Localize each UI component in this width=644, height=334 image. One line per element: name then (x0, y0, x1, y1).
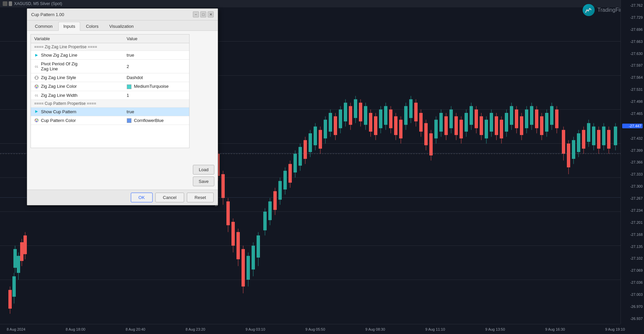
table-row[interactable]: 01 Pivot Period Of Zig Zag Line 2 (31, 60, 189, 73)
svg-point-264 (37, 120, 38, 121)
var-label: Show Cup Pattern (41, 109, 76, 114)
close-button[interactable]: ✕ (208, 11, 214, 17)
var-label: Zig Zag Line Style (41, 75, 76, 80)
table-row[interactable]: Cup Pattern Color CornflowerBlue (31, 116, 189, 125)
color-swatch-turquoise (127, 84, 131, 89)
load-button[interactable]: Load (193, 165, 214, 175)
svg-marker-251 (35, 54, 38, 57)
section-zigzag: ==== Zig Zag Line Propertise ==== (31, 43, 189, 51)
table-row[interactable]: Zig Zag Line Style Dashdot (31, 73, 189, 82)
dialog-body: Variable Value ==== Zig Zag Line Propert… (27, 31, 218, 190)
table-row[interactable]: 01 Zig Zag Line Width 1 (31, 91, 189, 99)
val-cell: true (123, 51, 190, 60)
svg-text:01: 01 (35, 65, 38, 68)
var-label: Zig Zag Line Width (41, 93, 77, 98)
var-cell: Zig Zag Line Style (31, 73, 123, 82)
var-label: Pivot Period Of Zig Zag Line (41, 61, 82, 71)
prop-table-container[interactable]: Variable Value ==== Zig Zag Line Propert… (31, 34, 190, 148)
maximize-button[interactable]: □ (200, 11, 206, 17)
resize-handle[interactable] (215, 202, 218, 205)
minimize-button[interactable]: − (193, 11, 199, 17)
svg-point-259 (36, 87, 37, 88)
ok-button[interactable]: OK (131, 193, 153, 202)
color-palette-icon (34, 84, 39, 89)
svg-point-265 (36, 121, 37, 122)
color-swatch-cornflower (127, 118, 131, 123)
svg-point-263 (36, 120, 37, 121)
number-icon: 01 (34, 64, 39, 69)
cup-color-icon (34, 118, 39, 123)
dialog-titlebar: Cup Pattern 1.00 − □ ✕ (27, 9, 218, 20)
svg-marker-261 (35, 110, 38, 113)
var-cell: 01 Zig Zag Line Width (31, 91, 123, 99)
tab-colors[interactable]: Colors (81, 22, 104, 30)
cancel-button[interactable]: Cancel (155, 193, 184, 202)
section-cup: ==== Cup Pattern Propertise ==== (31, 99, 189, 107)
val-cell: MediumTurquoise (123, 82, 190, 91)
var-cell: Zig Zag Line Color (31, 82, 123, 91)
col-variable: Variable (31, 35, 123, 43)
var-cell: Show Cup Pattern (31, 107, 123, 116)
val-cell: Dashdot (123, 73, 190, 82)
val-cell: 1 (123, 91, 190, 99)
dialog-tabs: Common Inputs Colors Visualization (27, 20, 218, 31)
var-cell: 01 Pivot Period Of Zig Zag Line (31, 60, 123, 73)
tab-inputs[interactable]: Inputs (58, 22, 80, 31)
table-row[interactable]: Show Zig Zag Line true (31, 51, 189, 60)
arrow-icon (34, 53, 39, 58)
save-button-panel[interactable]: Save (193, 177, 214, 186)
var-label: Cup Pattern Color (41, 118, 76, 123)
style-icon (34, 75, 39, 80)
svg-line-266 (215, 204, 218, 206)
svg-point-257 (36, 85, 37, 86)
var-label: Zig Zag Line Color (41, 84, 77, 89)
section-zigzag-label: ==== Zig Zag Line Propertise ==== (31, 43, 189, 51)
val-cell: CornflowerBlue (123, 116, 190, 125)
dialog-content-row: Variable Value ==== Zig Zag Line Propert… (31, 34, 214, 186)
reset-button[interactable]: Reset (187, 193, 214, 202)
var-cell: Show Zig Zag Line (31, 51, 123, 60)
svg-line-267 (216, 205, 218, 206)
dialog-footer: OK Cancel Reset (27, 190, 218, 205)
var-cell: Cup Pattern Color (31, 116, 123, 125)
dialog-window: Cup Pattern 1.00 − □ ✕ Common Inputs Col… (27, 8, 218, 205)
table-row[interactable]: Zig Zag Line Color MediumTurquoise (31, 82, 189, 91)
tab-common[interactable]: Common (30, 22, 58, 30)
width-icon: 01 (34, 93, 39, 97)
svg-text:01: 01 (35, 94, 38, 97)
show-cup-icon (34, 109, 39, 114)
dialog-controls: − □ ✕ (193, 11, 214, 17)
dialog-title: Cup Pattern 1.00 (31, 12, 64, 17)
tab-visualization[interactable]: Visualization (104, 22, 139, 30)
section-cup-label: ==== Cup Pattern Propertise ==== (31, 99, 189, 107)
prop-table: Variable Value ==== Zig Zag Line Propert… (31, 35, 189, 125)
val-cell: true (123, 107, 190, 116)
var-label: Show Zig Zag Line (41, 53, 77, 58)
dialog-overlay: Cup Pattern 1.00 − □ ✕ Common Inputs Col… (0, 0, 644, 334)
svg-point-258 (37, 85, 38, 86)
table-row-selected[interactable]: Show Cup Pattern true (31, 107, 189, 116)
val-cell: 2 (123, 60, 190, 73)
col-value: Value (123, 35, 190, 43)
load-save-panel: Load Save (193, 34, 214, 186)
